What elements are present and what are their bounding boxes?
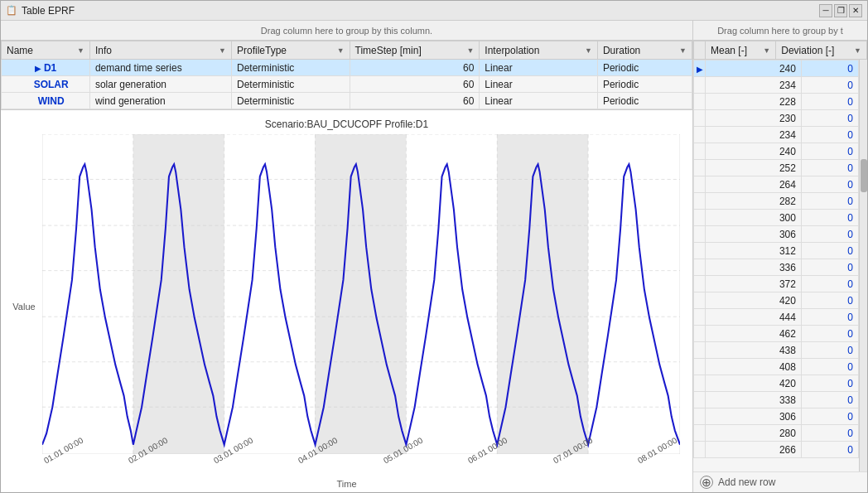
right-table-row[interactable]: 420 0 — [694, 292, 859, 309]
col-header-profiletype[interactable]: ProfileType▼ — [231, 41, 350, 60]
row-arrow-cell: SOLAR — [2, 76, 90, 93]
add-row-button[interactable]: ⊕ Add new row — [693, 471, 867, 492]
row-timestep: 60 — [350, 76, 480, 93]
right-table-row[interactable]: 420 0 — [694, 375, 859, 392]
table-row[interactable]: WIND wind generation Deterministic 60 Li… — [2, 93, 692, 109]
col-header-mean[interactable]: Mean [-]▼ — [706, 41, 776, 60]
right-table-row[interactable]: 438 0 — [694, 342, 859, 359]
right-table-row[interactable]: 306 0 — [694, 408, 859, 425]
scrollbar[interactable] — [859, 60, 867, 471]
info-filter-icon[interactable]: ▼ — [219, 46, 226, 55]
right-row-mean: 420 — [706, 292, 802, 309]
right-table-row[interactable]: 266 0 — [694, 442, 859, 458]
row-timestep: 60 — [350, 93, 480, 109]
right-row-arrow-cell — [694, 210, 706, 226]
svg-rect-5 — [406, 134, 497, 454]
chart-svg: 467 426.67 386.33 346 305.67 265.33 225 — [42, 134, 680, 454]
right-row-arrow-cell — [694, 243, 706, 259]
right-row-deviation: 0 — [801, 210, 858, 226]
row-profiletype: Deterministic — [231, 93, 350, 109]
right-row-deviation: 0 — [801, 309, 858, 326]
window-icon: 📋 — [6, 5, 17, 16]
row-info: wind generation — [89, 93, 231, 109]
interpolation-filter-icon[interactable]: ▼ — [585, 46, 592, 55]
main-table: Name▼ Info▼ ProfileType▼ TimeStep [min]▼ — [1, 41, 692, 109]
right-table-row[interactable]: 282 0 — [694, 193, 859, 210]
right-row-deviation: 0 — [801, 425, 858, 442]
right-table-rows: ▶ 240 0 234 0 228 0 230 0 234 0 240 0 — [694, 60, 859, 458]
duration-filter-icon[interactable]: ▼ — [679, 46, 687, 55]
table-row[interactable]: SOLAR solar generation Deterministic 60 … — [2, 76, 692, 93]
close-button[interactable]: ✕ — [849, 4, 862, 17]
svg-rect-7 — [588, 134, 680, 454]
profiletype-filter-icon[interactable]: ▼ — [337, 46, 345, 55]
row-profiletype: Deterministic — [231, 60, 350, 76]
right-row-deviation: 0 — [801, 276, 858, 292]
right-table-row[interactable]: ▶ 240 0 — [694, 60, 859, 77]
right-table-row[interactable]: 234 0 — [694, 77, 859, 94]
drag-header-right: Drag column here to group by t — [693, 21, 867, 41]
right-row-arrow-cell — [694, 94, 706, 110]
right-row-arrow-cell — [694, 408, 706, 425]
right-row-deviation: 0 — [801, 60, 858, 77]
row-arrow-cell: ▶ D1 — [2, 60, 90, 76]
right-row-deviation: 0 — [801, 77, 858, 94]
right-table-scroll[interactable]: ▶ 240 0 234 0 228 0 230 0 234 0 240 0 — [693, 60, 859, 471]
right-row-deviation: 0 — [801, 176, 858, 193]
col-header-timestep[interactable]: TimeStep [min]▼ — [350, 41, 480, 60]
right-row-deviation: 0 — [801, 193, 858, 210]
right-table-row[interactable]: 372 0 — [694, 276, 859, 292]
left-panel: Drag column here to group by this column… — [1, 21, 693, 492]
right-row-deviation: 0 — [801, 226, 858, 243]
right-table-row[interactable]: 444 0 — [694, 309, 859, 326]
right-row-arrow-cell — [694, 193, 706, 210]
restore-button[interactable]: ❐ — [834, 4, 847, 17]
right-table-row[interactable]: 252 0 — [694, 160, 859, 176]
right-row-mean: 234 — [706, 77, 802, 94]
col-header-name[interactable]: Name▼ — [2, 41, 90, 60]
right-row-deviation: 0 — [801, 375, 858, 392]
name-filter-icon[interactable]: ▼ — [77, 46, 84, 55]
right-table-row[interactable]: 462 0 — [694, 326, 859, 342]
right-row-arrow-cell — [694, 276, 706, 292]
right-table-row[interactable]: 300 0 — [694, 210, 859, 226]
svg-rect-6 — [497, 134, 588, 454]
scrollbar-thumb[interactable] — [861, 159, 867, 192]
right-table-row[interactable]: 312 0 — [694, 243, 859, 259]
right-row-deviation: 0 — [801, 359, 858, 375]
right-row-mean: 280 — [706, 425, 802, 442]
deviation-filter-icon[interactable]: ▼ — [854, 46, 861, 55]
right-table-row[interactable]: 264 0 — [694, 176, 859, 193]
timestep-filter-icon[interactable]: ▼ — [466, 46, 474, 55]
row-info: demand time series — [89, 60, 231, 76]
drag-header-left: Drag column here to group by this column… — [1, 21, 692, 41]
right-row-arrow-cell — [694, 392, 706, 408]
title-bar: 📋 Table EPRF ─ ❐ ✕ — [1, 1, 867, 21]
right-table-row[interactable]: 338 0 — [694, 392, 859, 408]
title-bar-left: 📋 Table EPRF — [6, 5, 75, 17]
right-table-row[interactable]: 234 0 — [694, 127, 859, 143]
minimize-button[interactable]: ─ — [819, 4, 832, 17]
right-row-mean: 420 — [706, 375, 802, 392]
col-header-info[interactable]: Info▼ — [89, 41, 231, 60]
table-row[interactable]: ▶ D1 demand time series Deterministic 60… — [2, 60, 692, 76]
col-header-duration[interactable]: Duration▼ — [597, 41, 692, 60]
right-table-row[interactable]: 336 0 — [694, 259, 859, 276]
chart-title: Scenario:BAU_DCUCOPF Profile:D1 — [9, 118, 684, 130]
x-axis-labels: 01.01 00:00 02.01 00:00 03.01 00:00 04.0… — [42, 456, 680, 479]
right-row-arrow-cell — [694, 309, 706, 326]
right-table-row[interactable]: 280 0 — [694, 425, 859, 442]
right-table-row[interactable]: 228 0 — [694, 94, 859, 110]
right-row-mean: 264 — [706, 176, 802, 193]
right-table-row[interactable]: 306 0 — [694, 226, 859, 243]
right-table-row[interactable]: 230 0 — [694, 110, 859, 127]
right-table-row[interactable]: 240 0 — [694, 143, 859, 160]
col-header-deviation[interactable]: Deviation [-]▼ — [776, 41, 867, 60]
right-row-deviation: 0 — [801, 94, 858, 110]
col-header-interpolation[interactable]: Interpolation▼ — [480, 41, 598, 60]
right-row-mean: 408 — [706, 359, 802, 375]
right-row-deviation: 0 — [801, 408, 858, 425]
right-row-arrow-cell — [694, 160, 706, 176]
mean-filter-icon[interactable]: ▼ — [763, 46, 770, 55]
right-table-row[interactable]: 408 0 — [694, 359, 859, 375]
